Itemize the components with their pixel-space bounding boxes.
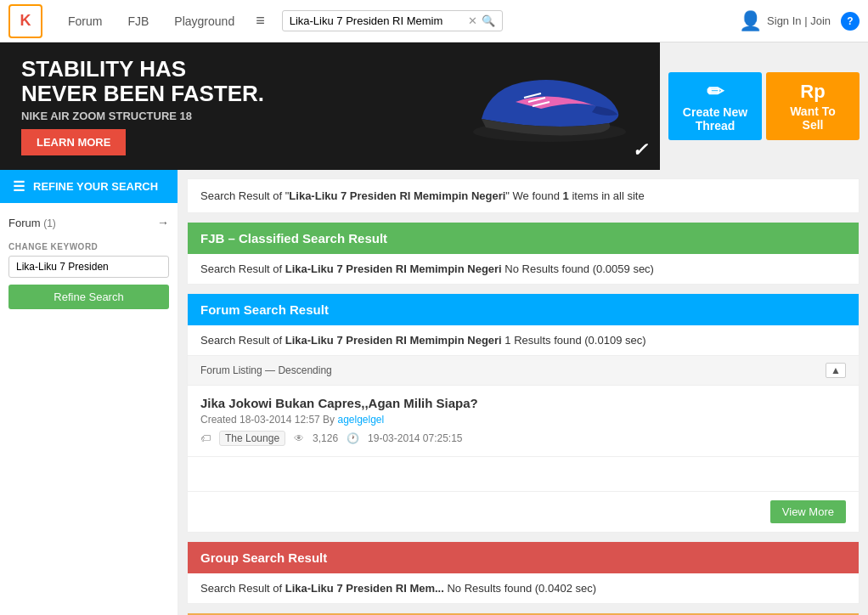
search-summary-keyword: Lika-Liku 7 Presiden RI Memimpin Negeri [289, 189, 505, 202]
sidebar: ☰ REFINE YOUR SEARCH Forum (1) → CHANGE … [0, 170, 178, 615]
tag-icon: 🏷 [200, 432, 211, 444]
change-keyword-label: CHANGE KEYWORD [8, 242, 169, 251]
empty-row [188, 457, 859, 491]
forum-listing-header: Forum Listing — Descending ▲ [188, 355, 859, 386]
forum-suffix: 1 Results found (0.0109 sec) [502, 334, 646, 347]
create-thread-button[interactable]: ✏ Create NewThread [668, 72, 762, 140]
banner-line3: NIKE AIR ZOOM STRUCTURE 18 [21, 110, 264, 122]
forum-post-created: Created 18-03-2014 12:57 By [200, 414, 337, 426]
search-summary-count: 1 [563, 189, 569, 202]
sell-icon: Rp [800, 81, 825, 103]
banner-line1: STABILITY HAS [21, 57, 264, 82]
view-more-bar: View More [188, 491, 859, 532]
banner-shoe [465, 51, 634, 155]
group-keyword: Lika-Liku 7 Presiden RI Mem... [285, 582, 444, 595]
forum-post-tag[interactable]: The Lounge [219, 431, 285, 446]
keyword-input[interactable] [8, 256, 169, 278]
forum-result-header: Forum Search Result [188, 294, 859, 325]
forum-post-time: 19-03-2014 07:25:15 [368, 432, 462, 444]
fjb-prefix: Search Result of [200, 262, 285, 275]
main: ☰ REFINE YOUR SEARCH Forum (1) → CHANGE … [0, 170, 868, 615]
help-button[interactable]: ? [841, 12, 860, 31]
banner-line2: NEVER BEEN FASTER. [21, 82, 264, 106]
search-summary-suffix2: items in all site [569, 189, 645, 202]
forum-filter-row: Forum (1) → [8, 212, 169, 234]
forum-result-body: Search Result of Lika-Liku 7 Presiden RI… [188, 325, 859, 355]
forum-post-item: Jika Jokowi Bukan Capres,,Agan Milih Sia… [188, 386, 859, 457]
header: K Forum FJB Playground ≡ ✕ 🔍 👤 Sign In |… [0, 0, 868, 42]
nav-forum[interactable]: Forum [55, 0, 115, 42]
nav-menu-icon[interactable]: ≡ [247, 12, 273, 30]
sidebar-content: Forum (1) → CHANGE KEYWORD Refine Search [0, 203, 178, 318]
sidebar-header: ☰ REFINE YOUR SEARCH [0, 170, 178, 203]
sort-icon[interactable]: ▲ [826, 363, 846, 378]
fjb-keyword: Lika-Liku 7 Presiden RI Memimpin Negeri [285, 262, 502, 275]
fjb-result-header: FJB – Classified Search Result [188, 223, 859, 254]
search-bar: ✕ 🔍 [282, 10, 503, 31]
fjb-result-body: Search Result of Lika-Liku 7 Presiden RI… [188, 254, 859, 284]
group-prefix: Search Result of [200, 582, 285, 595]
fjb-result-section: FJB – Classified Search Result Search Re… [187, 222, 860, 285]
forum-prefix: Search Result of [200, 334, 285, 347]
forum-post-views: 3,126 [313, 432, 338, 444]
search-summary: Search Result of "Lika-Liku 7 Presiden R… [187, 178, 860, 213]
fjb-suffix: No Results found (0.0059 sec) [502, 262, 654, 275]
sidebar-menu-icon[interactable]: ☰ [13, 178, 25, 195]
action-buttons: ✏ Create NewThread Rp Want ToSell [660, 42, 868, 170]
create-thread-label: Create NewThread [683, 105, 747, 133]
banner-area: STABILITY HAS NEVER BEEN FASTER. NIKE AI… [0, 42, 868, 170]
forum-result-section: Forum Search Result Search Result of Lik… [187, 293, 860, 533]
group-result-body: Search Result of Lika-Liku 7 Presiden RI… [188, 573, 859, 603]
forum-post-meta: Created 18-03-2014 12:57 By agelgelgel [200, 414, 846, 426]
header-right: 👤 Sign In | Join ? [739, 10, 860, 32]
banner-text: STABILITY HAS NEVER BEEN FASTER. NIKE AI… [0, 44, 285, 167]
forum-filter-arrow[interactable]: → [157, 216, 169, 229]
create-thread-icon: ✏ [707, 80, 724, 104]
banner: STABILITY HAS NEVER BEEN FASTER. NIKE AI… [0, 42, 660, 170]
search-summary-suffix1: " We found [505, 189, 562, 202]
refine-search-button[interactable]: Refine Search [8, 285, 169, 309]
want-to-sell-label: Want ToSell [790, 104, 836, 132]
learn-more-button[interactable]: LEARN MORE [21, 129, 126, 155]
search-summary-prefix: Search Result of " [200, 189, 289, 202]
forum-filter-label: Forum (1) [8, 217, 56, 229]
time-icon: 🕐 [347, 432, 359, 444]
views-icon: 👁 [294, 432, 304, 444]
sidebar-header-label: REFINE YOUR SEARCH [33, 180, 158, 193]
content: Search Result of "Lika-Liku 7 Presiden R… [178, 170, 868, 615]
search-input[interactable] [290, 14, 468, 27]
nav-playground[interactable]: Playground [161, 0, 247, 42]
forum-post-tags: 🏷 The Lounge 👁 3,126 🕐 19-03-2014 07:25:… [200, 431, 846, 446]
forum-listing-label: Forum Listing — Descending [200, 364, 332, 376]
search-clear-icon[interactable]: ✕ [468, 14, 477, 27]
nav-fjb[interactable]: FJB [115, 0, 161, 42]
group-suffix: No Results found (0.0402 sec) [444, 582, 596, 595]
sign-in-link[interactable]: Sign In | Join [767, 14, 831, 27]
view-more-button[interactable]: View More [770, 500, 846, 523]
group-result-section: Group Search Result Search Result of Lik… [187, 541, 860, 604]
group-result-header: Group Search Result [188, 542, 859, 573]
forum-post-author[interactable]: agelgelgel [337, 414, 384, 426]
logo[interactable]: K [8, 4, 42, 38]
want-to-sell-button[interactable]: Rp Want ToSell [766, 72, 860, 140]
forum-post-title[interactable]: Jika Jokowi Bukan Capres,,Agan Milih Sia… [200, 396, 846, 410]
forum-keyword: Lika-Liku 7 Presiden RI Memimpin Negeri [285, 334, 502, 347]
search-submit-icon[interactable]: 🔍 [482, 14, 495, 27]
user-avatar-icon: 👤 [739, 10, 762, 32]
